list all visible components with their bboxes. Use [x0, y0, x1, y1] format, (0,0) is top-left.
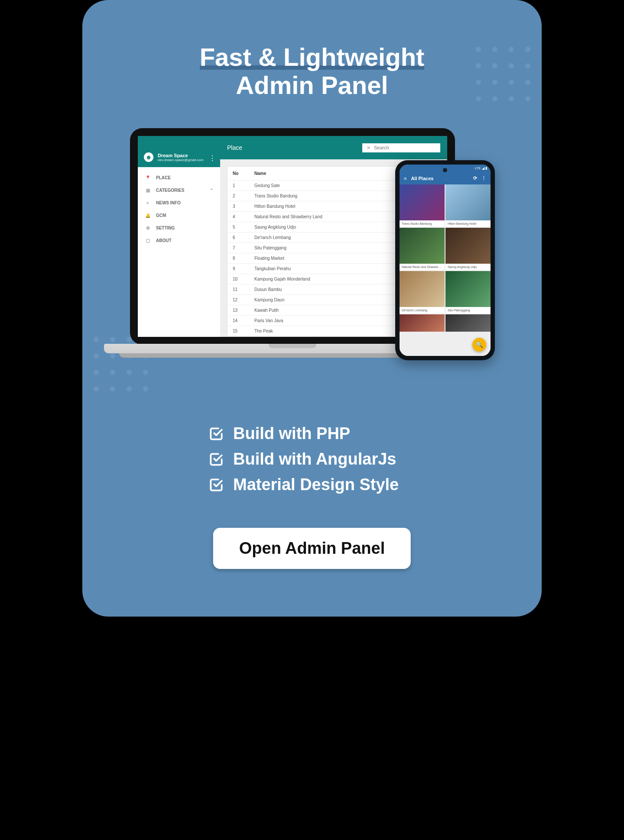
sidebar-item-about[interactable]: ▢ABOUT — [138, 234, 220, 247]
cell-name: Trans Studio Bandung — [254, 194, 391, 198]
cell-name: Paris Van Java — [254, 318, 391, 323]
nav-label: ABOUT — [156, 238, 172, 243]
cell-no: 9 — [233, 266, 254, 271]
feature-label: Build with PHP — [233, 424, 350, 443]
admin-nav-list: 📍PLACE▤CATEGORIES⌃≡NEWS INFO🔔GCM⚙SETTING… — [138, 167, 220, 251]
cell-no: 14 — [233, 318, 254, 323]
fab-search-button[interactable]: 🔍 — [472, 338, 486, 352]
clear-icon[interactable]: ✕ — [367, 145, 370, 151]
place-image — [445, 228, 491, 264]
cell-name: Natural Resto and Strawberry Land — [254, 214, 391, 219]
cell-no: 15 — [233, 329, 254, 333]
grid-item-partial[interactable] — [400, 314, 445, 332]
search-input[interactable] — [374, 145, 436, 150]
cell-no: 10 — [233, 277, 254, 281]
page-title: Place — [227, 144, 242, 151]
sidebar-item-place[interactable]: 📍PLACE — [138, 171, 220, 184]
place-label: Natural Resto and Strawbe... — [400, 264, 445, 270]
grid-item[interactable]: Natural Resto and Strawbe... — [400, 228, 445, 270]
grid-item[interactable]: Trans Studio Bandung — [400, 184, 445, 227]
nav-icon: ≡ — [145, 200, 151, 205]
grid-item[interactable]: Situ Patenggang — [445, 271, 491, 313]
chevron-up-icon: ⌃ — [210, 188, 213, 193]
phone-camera-icon — [443, 168, 447, 172]
cell-no: 11 — [233, 287, 254, 292]
place-image — [400, 314, 445, 332]
cell-no: 5 — [233, 225, 254, 229]
refresh-icon[interactable]: ⟳ — [473, 175, 477, 181]
cell-no: 13 — [233, 308, 254, 313]
feature-label: Material Design Style — [233, 475, 399, 494]
nav-icon: ▢ — [145, 238, 151, 243]
check-icon — [208, 477, 224, 493]
phone-places-grid[interactable]: Trans Studio BandungHilton Bandung Hotel… — [400, 184, 491, 356]
place-label: Saung Angklung Udjo — [445, 264, 491, 270]
cell-no: 3 — [233, 204, 254, 209]
kebab-icon[interactable]: ⋮ — [209, 154, 216, 162]
cell-name: Situ Patenggang — [254, 246, 391, 250]
admin-account-email: dev.dream.space@gmail.com — [158, 158, 203, 162]
grid-item-partial[interactable] — [445, 314, 491, 332]
feature-item: Build with PHP — [208, 424, 399, 443]
col-name: Name — [254, 171, 391, 176]
phone-appbar-title: All Places — [411, 176, 433, 181]
place-image — [445, 314, 491, 332]
sidebar-item-gcm[interactable]: 🔔GCM — [138, 209, 220, 222]
phone-appbar: ≡ All Places ⟳ ⋮ — [400, 172, 491, 184]
cell-name: Gedung Sate — [254, 183, 391, 188]
headline: Fast & Lightweight Admin Panel — [82, 43, 542, 100]
place-label: Hilton Bandung Hotel — [445, 220, 491, 227]
cell-name: Kawah Putih — [254, 308, 391, 313]
cell-name: Hilton Bandung Hotel — [254, 204, 391, 209]
cell-name: De'ranch Lembang — [254, 235, 391, 240]
cell-name: The Peak — [254, 329, 391, 333]
cell-no: 12 — [233, 297, 254, 302]
phone-mockup: LTE ◢ ▮ ≡ All Places ⟳ ⋮ Trans Studio Ba… — [395, 160, 495, 360]
place-label: Situ Patenggang — [445, 307, 491, 313]
grid-item[interactable]: Saung Angklung Udjo — [445, 228, 491, 270]
cell-no: 4 — [233, 214, 254, 219]
avatar-icon: ☻ — [144, 152, 153, 162]
cell-no: 8 — [233, 256, 254, 261]
cell-no: 6 — [233, 235, 254, 240]
kebab-icon[interactable]: ⋮ — [481, 175, 486, 181]
search-box[interactable]: ✕ — [362, 143, 440, 152]
nav-label: SETTING — [156, 226, 175, 230]
admin-sidebar: ☻ Dream Space dev.dream.space@gmail.com … — [138, 136, 220, 337]
place-image — [400, 184, 445, 220]
phone-status-right: LTE ◢ ▮ — [474, 166, 487, 170]
open-admin-panel-button[interactable]: Open Admin Panel — [213, 528, 411, 569]
nav-label: PLACE — [156, 175, 171, 180]
grid-item[interactable]: De'ranch Lembang — [400, 271, 445, 313]
cell-name: Floating Market — [254, 256, 391, 261]
cell-name: Saung Angklung Udjo — [254, 225, 391, 229]
feature-item: Build with AngularJs — [208, 450, 399, 468]
headline-line1: Fast & Lightweight — [200, 43, 425, 71]
nav-icon: ▤ — [145, 188, 151, 193]
admin-account-name: Dream Space — [158, 153, 203, 158]
headline-line2: Admin Panel — [236, 71, 388, 99]
place-image — [445, 184, 491, 220]
search-icon: 🔍 — [476, 341, 483, 348]
nav-label: CATEGORIES — [156, 188, 184, 193]
hamburger-icon[interactable]: ≡ — [404, 176, 406, 181]
sidebar-item-news-info[interactable]: ≡NEWS INFO — [138, 197, 220, 209]
promo-card: Fast & Lightweight Admin Panel ☻ Dream S… — [82, 0, 542, 617]
cell-no: 7 — [233, 246, 254, 250]
check-icon — [208, 426, 224, 442]
nav-icon: 📍 — [145, 175, 151, 180]
place-label: De'ranch Lembang — [400, 307, 445, 313]
feature-label: Build with AngularJs — [233, 450, 396, 468]
sidebar-item-setting[interactable]: ⚙SETTING — [138, 222, 220, 234]
check-icon — [208, 451, 224, 468]
place-image — [445, 271, 491, 307]
nav-icon: 🔔 — [145, 213, 151, 218]
feature-item: Material Design Style — [208, 475, 399, 494]
nav-label: GCM — [156, 213, 166, 218]
grid-item[interactable]: Hilton Bandung Hotel — [445, 184, 491, 227]
place-label: Trans Studio Bandung — [400, 220, 445, 227]
admin-topbar: Place ✕ — [220, 136, 447, 159]
sidebar-item-categories[interactable]: ▤CATEGORIES⌃ — [138, 184, 220, 197]
cell-no: 1 — [233, 183, 254, 188]
admin-account-header[interactable]: ☻ Dream Space dev.dream.space@gmail.com … — [138, 136, 220, 167]
